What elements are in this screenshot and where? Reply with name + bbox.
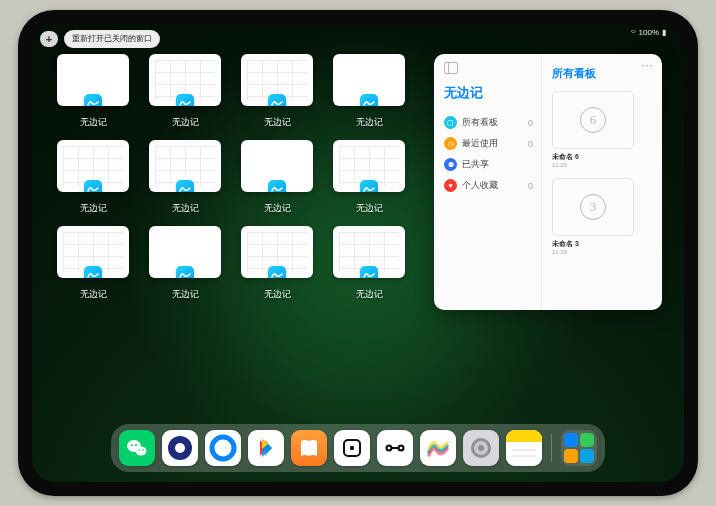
window-tile[interactable]: 无边记	[146, 226, 224, 304]
window-thumbnail	[241, 54, 313, 106]
window-tile[interactable]: 无边记	[238, 226, 316, 304]
ipad-frame: ⌔ 100% ▮ + 重新打开已关闭的窗口 无边记无边记无边记无边记无边记无边记…	[18, 10, 698, 496]
dock-app-dice[interactable]	[334, 430, 370, 466]
window-tile-label: 无边记	[172, 116, 199, 129]
freeform-sidebar-panel[interactable]: ··· 无边记 ▢所有看板0◷最近使用0⚉已共享♥个人收藏0 所有看板 6未命名…	[434, 54, 662, 310]
board-time: 11:28	[552, 249, 652, 255]
svg-point-15	[400, 447, 403, 450]
board-meta: 未命名 311:28	[552, 239, 652, 255]
new-window-button[interactable]: +	[40, 31, 58, 47]
window-thumbnail	[333, 226, 405, 278]
window-tile[interactable]: 无边记	[146, 140, 224, 218]
window-tile[interactable]: 无边记	[330, 54, 408, 132]
dock	[111, 424, 605, 472]
svg-rect-20	[506, 442, 542, 466]
top-controls: + 重新打开已关闭的窗口	[40, 30, 160, 48]
nav-item-count: 0	[528, 181, 533, 191]
nav-item-label: 已共享	[462, 158, 489, 171]
freeform-app-icon	[268, 180, 286, 192]
freeform-app-icon	[268, 94, 286, 106]
dock-app-library[interactable]	[561, 430, 597, 466]
freeform-app-icon	[84, 266, 102, 278]
nav-item-icon: ◷	[444, 137, 457, 150]
dock-app-connect[interactable]	[377, 430, 413, 466]
dock-app-qqbrowser[interactable]	[205, 430, 241, 466]
dock-app-books[interactable]	[291, 430, 327, 466]
board-thumbnail: 3	[552, 178, 634, 236]
window-tile[interactable]: 无边记	[238, 140, 316, 218]
window-tile-label: 无边记	[80, 202, 107, 215]
status-bar: ⌔ 100% ▮	[631, 28, 666, 37]
window-thumbnail	[57, 140, 129, 192]
svg-rect-19	[506, 430, 542, 442]
window-tile[interactable]: 无边记	[330, 140, 408, 218]
window-tile[interactable]: 无边记	[54, 54, 132, 132]
more-icon[interactable]: ···	[641, 58, 654, 72]
window-thumbnail	[57, 54, 129, 106]
battery-label: 100%	[639, 28, 659, 37]
boards-title: 所有看板	[552, 66, 652, 81]
reopen-closed-window-button[interactable]: 重新打开已关闭的窗口	[64, 30, 160, 48]
window-thumbnail	[241, 140, 313, 192]
nav-item-label: 所有看板	[462, 116, 498, 129]
window-thumbnail	[333, 140, 405, 192]
board-sketch-icon: 3	[580, 194, 606, 220]
dock-app-wechat[interactable]	[119, 430, 155, 466]
nav-item-icon: ♥	[444, 179, 457, 192]
nav-item[interactable]: ◷最近使用0	[444, 133, 533, 154]
freeform-app-icon	[84, 94, 102, 106]
window-thumbnail	[57, 226, 129, 278]
svg-point-10	[350, 446, 354, 450]
window-tile[interactable]: 无边记	[330, 226, 408, 304]
window-tile-label: 无边记	[356, 202, 383, 215]
panel-sidebar: 无边记 ▢所有看板0◷最近使用0⚉已共享♥个人收藏0	[434, 54, 542, 310]
window-tile[interactable]: 无边记	[54, 226, 132, 304]
nav-item-count: 0	[528, 118, 533, 128]
freeform-app-icon	[176, 180, 194, 192]
freeform-app-icon	[84, 180, 102, 192]
dock-app-freeform[interactable]	[420, 430, 456, 466]
svg-point-3	[135, 444, 137, 446]
window-thumbnail	[149, 226, 221, 278]
svg-point-8	[212, 437, 234, 459]
svg-point-4	[138, 449, 140, 451]
window-tile-label: 无边记	[172, 202, 199, 215]
dock-app-uc[interactable]	[162, 430, 198, 466]
board-name: 未命名 3	[552, 239, 652, 249]
window-tile[interactable]: 无边记	[238, 54, 316, 132]
window-thumbnail	[241, 226, 313, 278]
dock-app-notes[interactable]	[506, 430, 542, 466]
window-tile[interactable]: 无边记	[54, 140, 132, 218]
board-name: 未命名 6	[552, 152, 652, 162]
sidebar-toggle-icon[interactable]	[444, 62, 458, 74]
svg-point-7	[175, 443, 185, 453]
board-tile[interactable]: 6未命名 611:29	[552, 91, 652, 168]
window-tile-label: 无边记	[264, 288, 291, 301]
wifi-icon: ⌔	[631, 28, 636, 37]
window-tile-label: 无边记	[172, 288, 199, 301]
nav-item-label: 最近使用	[462, 137, 498, 150]
svg-point-18	[478, 445, 484, 451]
freeform-app-icon	[360, 94, 378, 106]
nav-item-icon: ⚉	[444, 158, 457, 171]
freeform-app-icon	[176, 94, 194, 106]
window-tile-label: 无边记	[264, 116, 291, 129]
app-windows-grid: 无边记无边记无边记无边记无边记无边记无边记无边记无边记无边记无边记无边记	[54, 54, 414, 430]
nav-item-icon: ▢	[444, 116, 457, 129]
nav-item[interactable]: ♥个人收藏0	[444, 175, 533, 196]
board-sketch-icon: 6	[580, 107, 606, 133]
freeform-app-icon	[176, 266, 194, 278]
board-meta: 未命名 611:29	[552, 152, 652, 168]
dock-app-settings[interactable]	[463, 430, 499, 466]
panel-app-title: 无边记	[444, 84, 533, 102]
dock-app-video[interactable]	[248, 430, 284, 466]
nav-item[interactable]: ⚉已共享	[444, 154, 533, 175]
nav-item-count: 0	[528, 139, 533, 149]
window-tile-label: 无边记	[80, 288, 107, 301]
board-tile[interactable]: 3未命名 311:28	[552, 178, 652, 255]
battery-icon: ▮	[662, 28, 666, 37]
nav-item[interactable]: ▢所有看板0	[444, 112, 533, 133]
nav-item-label: 个人收藏	[462, 179, 498, 192]
window-tile[interactable]: 无边记	[146, 54, 224, 132]
boards-column: 所有看板 6未命名 611:293未命名 311:28	[542, 54, 662, 310]
